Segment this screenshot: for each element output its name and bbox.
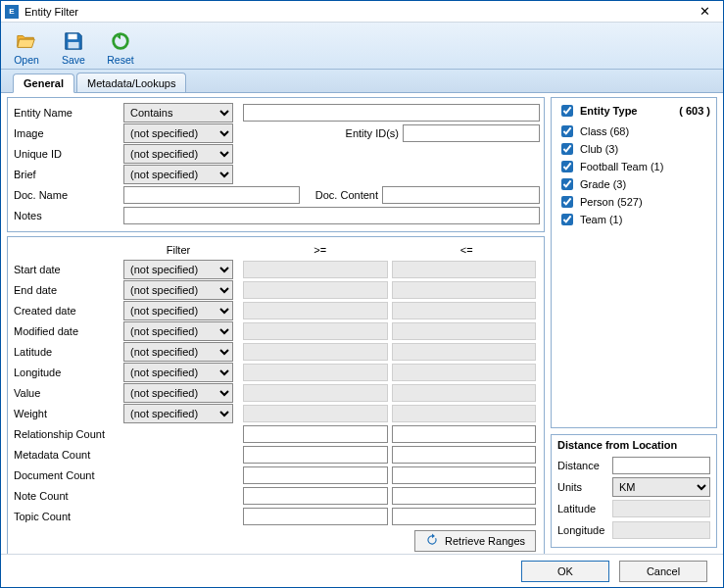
grid-row-gte-input[interactable] — [243, 508, 388, 525]
grid-row-op-select[interactable]: (not specified) — [123, 321, 233, 341]
entity-type-checkbox[interactable] — [561, 125, 573, 137]
grid-row-gte-field — [243, 302, 388, 319]
grid-row-label: Document Count — [14, 469, 123, 481]
brief-label: Brief — [14, 169, 123, 180]
grid-row-label: Start date — [14, 264, 123, 275]
grid-row-lte-input[interactable] — [392, 446, 537, 464]
svg-rect-0 — [69, 33, 77, 39]
save-label: Save — [62, 54, 85, 66]
range-grid-panel: Filter >= <= Start date(not specified)En… — [7, 236, 545, 554]
svg-rect-1 — [69, 41, 79, 47]
grid-row-lte-field — [392, 322, 537, 340]
grid-row-label: Weight — [14, 408, 123, 419]
tab-general[interactable]: General — [13, 74, 74, 93]
titlebar: E Entity Filter ✕ — [1, 1, 723, 23]
tabstrip: General Metadata/Lookups — [1, 70, 723, 93]
refresh-icon — [425, 533, 439, 549]
save-button[interactable]: Save — [54, 28, 93, 66]
tab-metadata-lookups[interactable]: Metadata/Lookups — [76, 73, 187, 92]
toolbar: Open Save Reset — [1, 23, 723, 70]
grid-row-lte-input[interactable] — [392, 508, 537, 525]
grid-row-op-select[interactable]: (not specified) — [123, 301, 233, 320]
reset-icon — [110, 30, 131, 54]
grid-row-op-select[interactable]: (not specified) — [123, 363, 233, 382]
grid-row-gte-field — [243, 384, 388, 402]
distance-panel-title: Distance from Location — [557, 439, 710, 451]
doc-name-input[interactable] — [123, 186, 300, 204]
entity-type-checkbox[interactable] — [561, 214, 573, 225]
grid-row: Start date(not specified) — [14, 259, 540, 279]
notes-input[interactable] — [123, 207, 540, 224]
entity-type-item[interactable]: Club (3) — [557, 141, 710, 157]
brief-op-select[interactable]: (not specified) — [123, 165, 233, 184]
grid-row-lte-field — [392, 343, 537, 361]
open-button[interactable]: Open — [7, 28, 46, 66]
entity-type-item-label: Club (3) — [580, 143, 618, 155]
content-area: Entity Name Contains Image (not specifie… — [1, 93, 723, 554]
unique-id-label: Unique ID — [14, 148, 123, 160]
entity-name-input[interactable] — [243, 104, 540, 122]
entity-type-item[interactable]: Football Team (1) — [557, 159, 710, 174]
entity-name-op-select[interactable]: Contains — [123, 103, 233, 122]
unique-id-op-select[interactable]: (not specified) — [123, 144, 233, 164]
grid-row: End date(not specified) — [14, 279, 540, 300]
entity-type-checkbox[interactable] — [561, 196, 573, 208]
grid-row-lte-input[interactable] — [392, 487, 537, 505]
entity-type-checkbox[interactable] — [561, 143, 573, 155]
grid-row-op-select[interactable]: (not specified) — [123, 342, 233, 362]
grid-body: Start date(not specified)End date(not sp… — [14, 259, 540, 526]
grid-row-gte-field — [243, 343, 388, 361]
grid-row-lte-field — [392, 261, 537, 278]
grid-row-op-select[interactable]: (not specified) — [123, 383, 233, 403]
cancel-button[interactable]: Cancel — [619, 561, 707, 582]
grid-row-gte-input[interactable] — [243, 425, 388, 443]
grid-row-lte-field — [392, 364, 537, 381]
entity-ids-input[interactable] — [403, 124, 540, 142]
units-label: Units — [557, 481, 612, 493]
left-column: Entity Name Contains Image (not specifie… — [7, 97, 545, 548]
entity-type-item-label: Football Team (1) — [580, 161, 663, 172]
grid-row: Metadata Count — [14, 444, 540, 465]
image-op-select[interactable]: (not specified) — [123, 123, 233, 143]
reset-button[interactable]: Reset — [101, 28, 140, 66]
grid-row: Topic Count — [14, 506, 540, 526]
grid-row-gte-input[interactable] — [243, 466, 388, 484]
entity-type-item[interactable]: Grade (3) — [557, 176, 710, 192]
entity-type-item[interactable]: Team (1) — [557, 212, 710, 227]
grid-row-lte-input[interactable] — [392, 425, 537, 443]
ok-button[interactable]: OK — [521, 561, 609, 582]
grid-row-lte-input[interactable] — [392, 466, 537, 484]
grid-row-gte-input[interactable] — [243, 446, 388, 464]
grid-row-op-select[interactable]: (not specified) — [123, 280, 233, 300]
folder-open-icon — [16, 30, 37, 54]
grid-row-op-select[interactable]: (not specified) — [123, 260, 233, 279]
grid-row-label: End date — [14, 284, 123, 296]
basic-fields-panel: Entity Name Contains Image (not specifie… — [7, 97, 545, 232]
grid-row-label: Topic Count — [14, 511, 123, 522]
grid-row-gte-input[interactable] — [243, 487, 388, 505]
distance-panel: Distance from Location Distance Units KM… — [551, 434, 717, 548]
close-button[interactable]: ✕ — [690, 4, 719, 19]
entity-type-checkbox[interactable] — [561, 178, 573, 190]
entity-type-panel: Entity Type ( 603 ) Class (68)Club (3)Fo… — [551, 97, 717, 428]
entity-type-checkbox[interactable] — [561, 161, 573, 172]
grid-row: Created date(not specified) — [14, 300, 540, 320]
grid-row-op-select[interactable]: (not specified) — [123, 404, 233, 423]
entity-type-item[interactable]: Class (68) — [557, 123, 710, 139]
grid-row-gte-field — [243, 322, 388, 340]
right-column: Entity Type ( 603 ) Class (68)Club (3)Fo… — [551, 97, 717, 548]
grid-row: Relationship Count — [14, 423, 540, 444]
grid-row-label: Value — [14, 387, 123, 399]
distance-input[interactable] — [612, 457, 710, 474]
open-label: Open — [14, 54, 39, 66]
retrieve-ranges-button[interactable]: Retrieve Ranges — [414, 530, 536, 552]
entity-type-item[interactable]: Person (527) — [557, 194, 710, 210]
entity-type-all-checkbox[interactable] — [561, 105, 573, 117]
reset-label: Reset — [107, 54, 133, 66]
entity-type-title: Entity Type — [580, 105, 637, 117]
doc-content-input[interactable] — [382, 186, 540, 204]
units-select[interactable]: KM — [612, 477, 710, 497]
grid-row-gte-field — [243, 405, 388, 422]
grid-header-gte: >= — [247, 244, 394, 256]
retrieve-bar: Retrieve Ranges — [14, 526, 540, 552]
